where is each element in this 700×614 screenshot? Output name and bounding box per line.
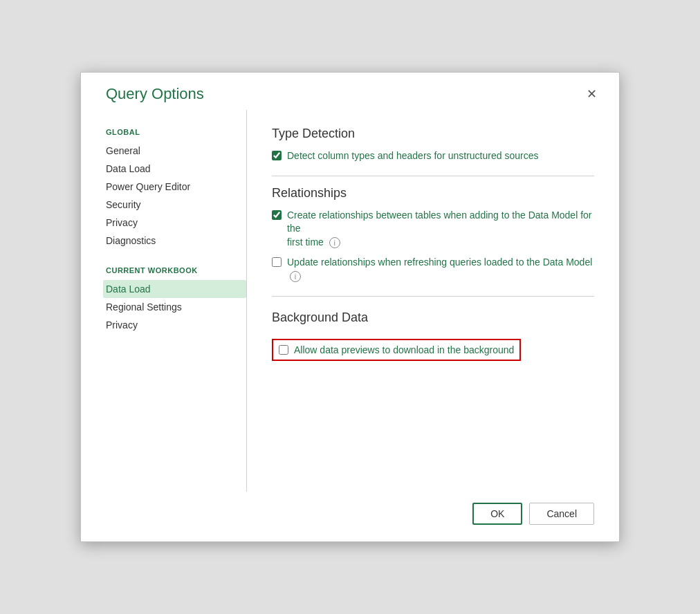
relationships-checkbox-2[interactable] <box>272 257 282 267</box>
relationships-row-2: Update relationships when refreshing que… <box>272 256 594 283</box>
sidebar-item-general[interactable]: General <box>106 142 246 160</box>
sidebar-item-power-query-editor[interactable]: Power Query Editor <box>106 178 246 196</box>
sidebar-item-privacy[interactable]: Privacy <box>106 214 246 232</box>
relationships-section: Relationships Create relationships betwe… <box>272 186 594 283</box>
dialog-header: Query Options ✕ <box>81 73 619 110</box>
cancel-button[interactable]: Cancel <box>529 503 594 525</box>
divider-1 <box>272 176 594 176</box>
close-button[interactable]: ✕ <box>581 85 602 103</box>
type-detection-title: Type Detection <box>272 127 594 141</box>
type-detection-section: Type Detection Detect column types and h… <box>272 127 594 163</box>
sidebar-global-label: GLOBAL <box>106 128 246 136</box>
background-data-label: Allow data previews to download in the b… <box>294 344 514 355</box>
sidebar-item-privacy-current[interactable]: Privacy <box>106 316 246 334</box>
relationships-label-2: Update relationships when refreshing que… <box>287 256 594 283</box>
dialog-footer: OK Cancel <box>81 492 619 541</box>
relationships-title: Relationships <box>272 186 594 201</box>
dialog-body: GLOBAL General Data Load Power Query Edi… <box>81 110 619 492</box>
type-detection-label: Detect column types and headers for unst… <box>287 149 538 163</box>
background-data-checkbox[interactable] <box>279 345 288 355</box>
relationships-row-1: Create relationships between tables when… <box>272 209 594 250</box>
info-icon-1: i <box>329 237 340 248</box>
divider-2 <box>272 296 594 297</box>
relationships-checkbox-1[interactable] <box>272 210 282 220</box>
sidebar-item-regional-settings[interactable]: Regional Settings <box>106 298 246 316</box>
main-content: Type Detection Detect column types and h… <box>247 110 619 492</box>
background-data-title: Background Data <box>272 310 594 325</box>
relationships-label-1: Create relationships between tables when… <box>287 209 594 250</box>
sidebar-item-diagnostics[interactable]: Diagnostics <box>106 232 246 250</box>
sidebar: GLOBAL General Data Load Power Query Edi… <box>81 110 247 492</box>
sidebar-item-data-load-current[interactable]: Data Load <box>103 280 246 298</box>
type-detection-checkbox[interactable] <box>272 151 282 160</box>
background-data-section: Background Data Allow data previews to d… <box>272 310 594 361</box>
ok-button[interactable]: OK <box>472 503 522 525</box>
sidebar-item-security[interactable]: Security <box>106 196 246 214</box>
type-detection-row: Detect column types and headers for unst… <box>272 149 594 163</box>
background-data-highlighted-row: Allow data previews to download in the b… <box>272 339 521 361</box>
dialog-title: Query Options <box>106 85 204 103</box>
sidebar-item-data-load[interactable]: Data Load <box>106 160 246 178</box>
query-options-dialog: Query Options ✕ GLOBAL General Data Load… <box>80 72 620 542</box>
sidebar-current-workbook-label: CURRENT WORKBOOK <box>106 266 246 275</box>
info-icon-2: i <box>290 271 301 282</box>
